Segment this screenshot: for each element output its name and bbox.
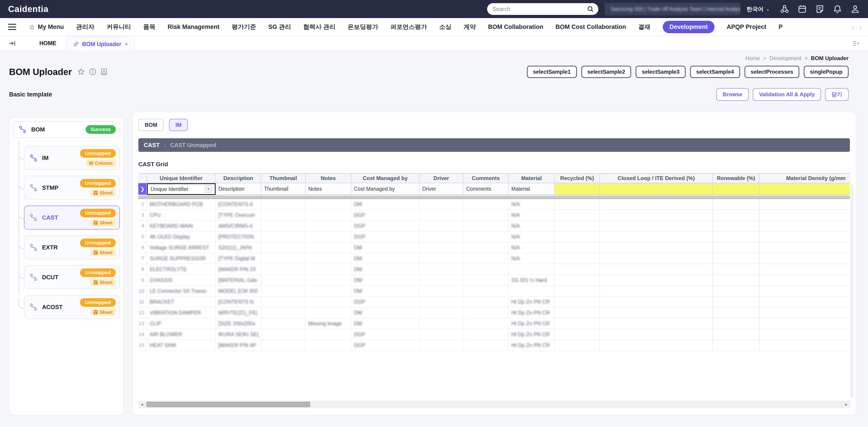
data-cell[interactable]: DGP <box>351 340 420 351</box>
data-cell[interactable] <box>261 253 306 264</box>
data-cell[interactable] <box>600 340 713 351</box>
table-row[interactable]: 3CPU[TYPE OvercurrDGPN/A <box>138 210 850 221</box>
tree-node-extr[interactable]: EXTRUnmappedSheet <box>24 235 120 259</box>
data-cell[interactable] <box>760 221 850 232</box>
data-cell[interactable] <box>420 242 463 253</box>
tree-node-im[interactable]: IMUnmappedColumn <box>24 146 120 170</box>
data-cell[interactable]: DGP <box>351 297 420 307</box>
table-row[interactable]: 2MOTHERBOARD PCB[CONTENTS ADMN/A <box>138 199 850 210</box>
data-cell[interactable]: [CONTENTS N <box>216 297 261 307</box>
selectsample1-button[interactable]: selectSample1 <box>527 66 577 78</box>
data-cell[interactable] <box>463 242 508 253</box>
nav-item-bom-cost-collaboration[interactable]: BOM Cost Collaboration <box>556 24 626 31</box>
selectsample3-button[interactable]: selectSample3 <box>636 66 686 78</box>
mapping-cell-unique-identifier[interactable]: Unique Identifier▼ <box>147 183 216 195</box>
table-row[interactable]: 11BRACKET[CONTENTS NDGPHt Dp Zn PN CR <box>138 297 850 307</box>
data-cell[interactable] <box>261 329 306 340</box>
mapping-cell-material-density-g-mm[interactable] <box>760 183 850 195</box>
row-number-cell[interactable]: 6 <box>138 242 147 253</box>
data-cell[interactable]: DGP <box>351 329 420 340</box>
toggle-bom[interactable]: BOM <box>138 119 164 131</box>
data-cell[interactable] <box>713 286 760 297</box>
nav-item-온보딩평가[interactable]: 온보딩평가 <box>348 23 378 31</box>
data-cell[interactable]: DM <box>351 253 420 264</box>
data-cell[interactable] <box>261 199 306 210</box>
mapping-cell-description[interactable]: Description <box>216 183 261 195</box>
toggle-im[interactable]: IM <box>169 119 188 131</box>
data-cell[interactable]: DM <box>351 307 420 318</box>
data-cell[interactable] <box>463 286 508 297</box>
nav-item-sg-관리[interactable]: SG 관리 <box>268 23 291 31</box>
data-cell[interactable]: N/A <box>508 232 555 242</box>
data-cell[interactable] <box>261 297 306 307</box>
data-cell[interactable]: 4K OLED Display <box>147 232 216 242</box>
selectsample2-button[interactable]: selectSample2 <box>581 66 631 78</box>
data-cell[interactable]: N/A <box>508 221 555 232</box>
data-cell[interactable] <box>713 318 760 329</box>
browse-button[interactable]: Browse <box>716 88 749 101</box>
table-row[interactable]: 8ELECTROLYTE[MAKER P/N 23DM <box>138 264 850 275</box>
data-cell[interactable] <box>306 253 351 264</box>
data-cell[interactable]: DM <box>351 318 420 329</box>
data-cell[interactable]: SURGE SUPPRESSOR <box>147 253 216 264</box>
data-cell[interactable] <box>306 275 351 286</box>
mapping-cell-closed-loop-ite-derived-[interactable] <box>600 183 713 195</box>
data-cell[interactable] <box>306 329 351 340</box>
mapping-cell-renewable-[interactable] <box>713 183 760 195</box>
data-cell[interactable]: Ht Dp Zn PN CR <box>508 340 555 351</box>
data-cell[interactable] <box>463 340 508 351</box>
nav-item-my-menu[interactable]: ☆My Menu <box>29 23 64 31</box>
memo-icon[interactable] <box>815 4 825 14</box>
nav-item-평가기준[interactable]: 평가기준 <box>232 23 256 31</box>
data-cell[interactable] <box>463 329 508 340</box>
data-cell[interactable] <box>420 221 463 232</box>
nav-item-품목[interactable]: 품목 <box>143 23 155 31</box>
row-number-cell[interactable]: 3 <box>138 210 147 221</box>
row-number-cell[interactable]: 12 <box>138 307 147 318</box>
data-cell[interactable] <box>600 297 713 307</box>
data-cell[interactable]: [CONTENTS A <box>216 199 261 210</box>
col-header-thumbnail[interactable]: Thumbnail <box>261 174 306 183</box>
dropdown-arrow-icon[interactable]: ▼ <box>205 186 212 193</box>
data-cell[interactable] <box>306 210 351 221</box>
table-row[interactable]: 54K OLED Display[PROTECTIONDGPN/A <box>138 232 850 242</box>
tree-node-dcut[interactable]: DCUTUnmappedSheet <box>24 265 120 289</box>
data-cell[interactable] <box>760 264 850 275</box>
data-cell[interactable] <box>713 329 760 340</box>
data-cell[interactable] <box>600 242 713 253</box>
row-number-cell[interactable]: 2 <box>138 199 147 210</box>
calendar-icon[interactable] <box>798 4 807 14</box>
data-cell[interactable] <box>420 307 463 318</box>
data-cell[interactable] <box>261 318 306 329</box>
data-cell[interactable] <box>306 286 351 297</box>
data-cell[interactable]: Ht Dp Zn PN CR <box>508 329 555 340</box>
data-cell[interactable] <box>306 232 351 242</box>
info-icon[interactable] <box>89 68 96 75</box>
nav-item-bom-collaboration[interactable]: BOM Collaboration <box>488 24 544 31</box>
data-cell[interactable] <box>713 340 760 351</box>
table-row[interactable]: 6Voltage SURGE ARRESTS20(11)_JAPADMN/A <box>138 242 850 253</box>
data-cell[interactable] <box>555 340 600 351</box>
table-row[interactable]: 9CHASSIS[MATERIAL GalvDMSS 301 ½ Hard <box>138 275 850 286</box>
data-cell[interactable]: DGP <box>351 221 420 232</box>
mapping-cell-material[interactable]: Material <box>508 183 555 195</box>
data-cell[interactable] <box>713 199 760 210</box>
mapping-cell-notes[interactable]: Notes <box>306 183 351 195</box>
col-header-unique-identifier[interactable]: Unique Identifier <box>147 174 216 183</box>
data-cell[interactable] <box>420 340 463 351</box>
col-header-material-density-g-mm[interactable]: Material Density (g/mm <box>760 174 850 183</box>
data-cell[interactable] <box>555 318 600 329</box>
data-cell[interactable] <box>463 297 508 307</box>
pin-icon[interactable] <box>73 41 79 47</box>
scroll-right-icon[interactable]: ▸ <box>843 401 850 408</box>
table-row[interactable]: 7SURGE SUPPRESSOR[TYPE Digital MDMN/A <box>138 253 850 264</box>
data-cell[interactable] <box>463 318 508 329</box>
data-cell[interactable] <box>420 210 463 221</box>
nav-item-p[interactable]: P <box>778 24 782 31</box>
data-cell[interactable] <box>420 329 463 340</box>
data-cell[interactable]: LE Connector SX Transc <box>147 286 216 297</box>
tree-node-cast[interactable]: CASTUnmappedSheet <box>24 206 120 230</box>
data-cell[interactable] <box>600 329 713 340</box>
data-cell[interactable] <box>463 210 508 221</box>
data-cell[interactable] <box>261 275 306 286</box>
